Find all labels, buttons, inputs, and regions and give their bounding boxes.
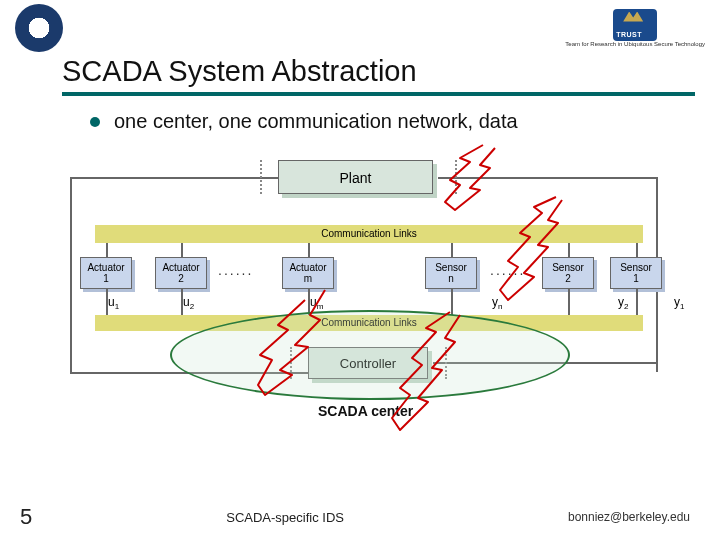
node-index: n: [426, 273, 476, 284]
comm-links-top: Communication Links: [95, 225, 643, 243]
wire: [438, 177, 658, 179]
wire: [568, 243, 570, 257]
actuator-1-box: Actuator 1: [80, 257, 132, 289]
bullet-item: one center, one communication network, d…: [90, 110, 720, 133]
wire: [181, 289, 183, 315]
node-label: Actuator: [156, 262, 206, 273]
node-label: Actuator: [81, 262, 131, 273]
node-index: m: [283, 273, 333, 284]
system-diagram: Plant Communication Links Actuator 1 Act…: [60, 155, 670, 445]
slide-title: SCADA System Abstraction: [62, 55, 695, 88]
header-bar: Team for Research in Ubiquitous Secure T…: [0, 0, 720, 55]
var-y2: y2: [618, 295, 628, 311]
wire: [308, 243, 310, 257]
wire: [106, 243, 108, 257]
wire: [451, 289, 453, 315]
ellipsis-right: ······: [490, 265, 525, 281]
dashed-link: [455, 160, 457, 194]
wire: [636, 289, 638, 315]
wire: [636, 243, 638, 257]
plant-box: Plant: [278, 160, 433, 194]
scada-center-ellipse: [170, 310, 570, 400]
node-label: Sensor: [426, 262, 476, 273]
footer: 5 SCADA-specific IDS bonniez@berkeley.ed…: [0, 504, 720, 530]
node-index: 1: [81, 273, 131, 284]
annotation-scribble-plant: [425, 140, 515, 220]
node-index: 2: [156, 273, 206, 284]
node-label: Sensor: [611, 262, 661, 273]
bullet-text: one center, one communication network, d…: [114, 110, 518, 133]
var-u1: u1: [108, 295, 119, 311]
trust-caption: Team for Research in Ubiquitous Secure T…: [565, 41, 705, 47]
sensor-n-box: Sensor n: [425, 257, 477, 289]
ellipsis-left: ······: [218, 265, 253, 281]
dashed-link: [260, 160, 262, 194]
wire: [106, 289, 108, 315]
sensor-1-box: Sensor 1: [610, 257, 662, 289]
node-index: 1: [611, 273, 661, 284]
uc-berkeley-seal-icon: [15, 4, 63, 52]
var-u2: u2: [183, 295, 194, 311]
wire: [568, 289, 570, 315]
actuator-2-box: Actuator 2: [155, 257, 207, 289]
wire: [181, 243, 183, 257]
node-label: Sensor: [543, 262, 593, 273]
footer-title: SCADA-specific IDS: [2, 510, 568, 525]
wire: [70, 177, 278, 179]
sensor-2-box: Sensor 2: [542, 257, 594, 289]
trust-logo-icon: Team for Research in Ubiquitous Secure T…: [565, 9, 705, 47]
actuator-m-box: Actuator m: [282, 257, 334, 289]
bullet-dot-icon: [90, 117, 100, 127]
var-yn: yn: [492, 295, 502, 311]
footer-email: bonniez@berkeley.edu: [568, 510, 690, 524]
var-um: um: [310, 295, 323, 311]
title-bar: SCADA System Abstraction: [62, 55, 695, 96]
node-index: 2: [543, 273, 593, 284]
var-y1: y1: [674, 295, 684, 311]
wire: [70, 177, 72, 372]
wire: [451, 243, 453, 257]
scada-center-label: SCADA center: [318, 403, 413, 419]
node-label: Actuator: [283, 262, 333, 273]
